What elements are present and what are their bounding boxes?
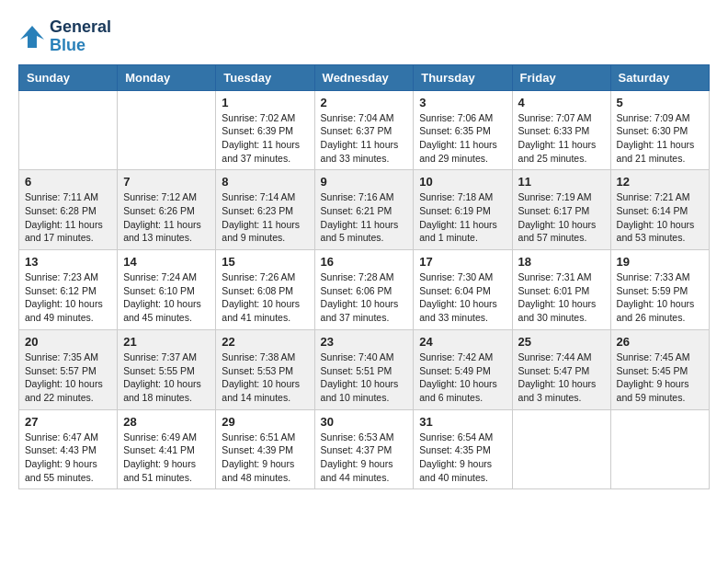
calendar-cell: 27Sunrise: 6:47 AM Sunset: 4:43 PM Dayli… — [19, 409, 118, 489]
calendar-cell: 28Sunrise: 6:49 AM Sunset: 4:41 PM Dayli… — [118, 409, 216, 489]
calendar-week-5: 27Sunrise: 6:47 AM Sunset: 4:43 PM Dayli… — [19, 409, 710, 489]
day-number: 1 — [222, 96, 308, 109]
header: General Blue — [18, 18, 710, 55]
day-info: Sunrise: 6:51 AM Sunset: 4:39 PM Dayligh… — [222, 431, 308, 485]
calendar-cell: 13Sunrise: 7:23 AM Sunset: 6:12 PM Dayli… — [19, 250, 118, 330]
svg-marker-0 — [20, 26, 44, 48]
calendar-cell: 1Sunrise: 7:02 AM Sunset: 6:39 PM Daylig… — [216, 90, 314, 170]
calendar-cell: 5Sunrise: 7:09 AM Sunset: 6:30 PM Daylig… — [610, 90, 709, 170]
calendar-cell: 25Sunrise: 7:44 AM Sunset: 5:47 PM Dayli… — [512, 329, 610, 409]
calendar-cell: 9Sunrise: 7:16 AM Sunset: 6:21 PM Daylig… — [314, 170, 414, 250]
calendar-cell: 14Sunrise: 7:24 AM Sunset: 6:10 PM Dayli… — [118, 250, 216, 330]
calendar-table: SundayMondayTuesdayWednesdayThursdayFrid… — [18, 64, 710, 490]
day-info: Sunrise: 7:40 AM Sunset: 5:51 PM Dayligh… — [321, 350, 408, 405]
day-info: Sunrise: 7:11 AM Sunset: 6:28 PM Dayligh… — [25, 190, 111, 245]
logo-icon — [18, 23, 46, 51]
calendar-cell: 19Sunrise: 7:33 AM Sunset: 5:59 PM Dayli… — [610, 250, 709, 330]
day-info: Sunrise: 7:37 AM Sunset: 5:55 PM Dayligh… — [123, 350, 210, 405]
calendar-cell: 10Sunrise: 7:18 AM Sunset: 6:19 PM Dayli… — [414, 170, 512, 250]
day-number: 21 — [123, 335, 210, 349]
day-info: Sunrise: 7:44 AM Sunset: 5:47 PM Dayligh… — [518, 350, 605, 405]
day-number: 18 — [518, 255, 605, 269]
day-number: 3 — [419, 96, 506, 109]
logo-text: General Blue — [50, 18, 111, 55]
day-number: 6 — [25, 175, 111, 189]
day-info: Sunrise: 7:07 AM Sunset: 6:33 PM Dayligh… — [518, 111, 605, 166]
calendar-cell: 8Sunrise: 7:14 AM Sunset: 6:23 PM Daylig… — [216, 170, 314, 250]
day-info: Sunrise: 7:26 AM Sunset: 6:08 PM Dayligh… — [222, 270, 308, 325]
day-info: Sunrise: 7:24 AM Sunset: 6:10 PM Dayligh… — [123, 270, 210, 325]
day-info: Sunrise: 7:45 AM Sunset: 5:45 PM Dayligh… — [617, 350, 703, 405]
day-number: 22 — [222, 335, 308, 349]
day-info: Sunrise: 7:30 AM Sunset: 6:04 PM Dayligh… — [419, 270, 506, 325]
calendar-cell: 26Sunrise: 7:45 AM Sunset: 5:45 PM Dayli… — [610, 329, 709, 409]
calendar-body: 1Sunrise: 7:02 AM Sunset: 6:39 PM Daylig… — [19, 90, 710, 489]
day-number: 17 — [419, 255, 506, 269]
weekday-header-friday: Friday — [512, 64, 610, 90]
day-info: Sunrise: 7:19 AM Sunset: 6:17 PM Dayligh… — [518, 190, 605, 245]
day-info: Sunrise: 7:12 AM Sunset: 6:26 PM Dayligh… — [123, 190, 210, 245]
day-number: 16 — [321, 255, 408, 269]
day-info: Sunrise: 7:33 AM Sunset: 5:59 PM Dayligh… — [617, 270, 703, 325]
day-number: 24 — [419, 335, 506, 349]
day-info: Sunrise: 7:16 AM Sunset: 6:21 PM Dayligh… — [321, 190, 408, 245]
calendar-cell: 23Sunrise: 7:40 AM Sunset: 5:51 PM Dayli… — [314, 329, 414, 409]
day-info: Sunrise: 7:14 AM Sunset: 6:23 PM Dayligh… — [222, 190, 308, 245]
day-number: 27 — [25, 415, 111, 429]
day-info: Sunrise: 7:35 AM Sunset: 5:57 PM Dayligh… — [25, 350, 111, 405]
day-number: 4 — [518, 96, 605, 109]
calendar-cell: 24Sunrise: 7:42 AM Sunset: 5:49 PM Dayli… — [414, 329, 512, 409]
day-number: 8 — [222, 175, 308, 189]
calendar-cell: 30Sunrise: 6:53 AM Sunset: 4:37 PM Dayli… — [314, 409, 414, 489]
day-number: 13 — [25, 255, 111, 269]
day-number: 2 — [321, 96, 408, 109]
day-number: 7 — [123, 175, 210, 189]
day-number: 31 — [419, 415, 506, 429]
calendar-cell: 4Sunrise: 7:07 AM Sunset: 6:33 PM Daylig… — [512, 90, 610, 170]
day-info: Sunrise: 6:49 AM Sunset: 4:41 PM Dayligh… — [123, 431, 210, 485]
calendar-cell: 3Sunrise: 7:06 AM Sunset: 6:35 PM Daylig… — [414, 90, 512, 170]
day-number: 11 — [518, 175, 605, 189]
weekday-header-tuesday: Tuesday — [216, 64, 314, 90]
calendar-cell: 17Sunrise: 7:30 AM Sunset: 6:04 PM Dayli… — [414, 250, 512, 330]
day-info: Sunrise: 7:38 AM Sunset: 5:53 PM Dayligh… — [222, 350, 308, 405]
day-number: 5 — [617, 96, 703, 109]
weekday-header-saturday: Saturday — [610, 64, 709, 90]
calendar-week-3: 13Sunrise: 7:23 AM Sunset: 6:12 PM Dayli… — [19, 250, 710, 330]
weekday-header-sunday: Sunday — [19, 64, 118, 90]
calendar-cell — [512, 409, 610, 489]
calendar-cell — [118, 90, 216, 170]
day-info: Sunrise: 7:04 AM Sunset: 6:37 PM Dayligh… — [321, 111, 408, 166]
calendar-cell: 7Sunrise: 7:12 AM Sunset: 6:26 PM Daylig… — [118, 170, 216, 250]
day-info: Sunrise: 7:28 AM Sunset: 6:06 PM Dayligh… — [321, 270, 408, 325]
day-info: Sunrise: 6:47 AM Sunset: 4:43 PM Dayligh… — [25, 431, 111, 485]
logo: General Blue — [18, 18, 111, 55]
day-number: 29 — [222, 415, 308, 429]
day-number: 12 — [617, 175, 703, 189]
day-info: Sunrise: 7:18 AM Sunset: 6:19 PM Dayligh… — [419, 190, 506, 245]
day-info: Sunrise: 6:54 AM Sunset: 4:35 PM Dayligh… — [419, 431, 506, 485]
calendar-week-2: 6Sunrise: 7:11 AM Sunset: 6:28 PM Daylig… — [19, 170, 710, 250]
day-number: 28 — [123, 415, 210, 429]
calendar-cell: 6Sunrise: 7:11 AM Sunset: 6:28 PM Daylig… — [19, 170, 118, 250]
day-number: 26 — [617, 335, 703, 349]
calendar-cell: 21Sunrise: 7:37 AM Sunset: 5:55 PM Dayli… — [118, 329, 216, 409]
weekday-header-thursday: Thursday — [414, 64, 512, 90]
day-info: Sunrise: 7:42 AM Sunset: 5:49 PM Dayligh… — [419, 350, 506, 405]
weekday-header-wednesday: Wednesday — [314, 64, 414, 90]
day-number: 23 — [321, 335, 408, 349]
calendar-cell — [610, 409, 709, 489]
day-info: Sunrise: 7:02 AM Sunset: 6:39 PM Dayligh… — [222, 111, 308, 166]
calendar-cell: 15Sunrise: 7:26 AM Sunset: 6:08 PM Dayli… — [216, 250, 314, 330]
day-info: Sunrise: 7:31 AM Sunset: 6:01 PM Dayligh… — [518, 270, 605, 325]
weekday-header-row: SundayMondayTuesdayWednesdayThursdayFrid… — [19, 64, 710, 90]
day-info: Sunrise: 7:09 AM Sunset: 6:30 PM Dayligh… — [617, 111, 703, 166]
calendar-week-1: 1Sunrise: 7:02 AM Sunset: 6:39 PM Daylig… — [19, 90, 710, 170]
calendar-cell: 29Sunrise: 6:51 AM Sunset: 4:39 PM Dayli… — [216, 409, 314, 489]
calendar-cell — [19, 90, 118, 170]
day-number: 9 — [321, 175, 408, 189]
day-number: 15 — [222, 255, 308, 269]
calendar-cell: 22Sunrise: 7:38 AM Sunset: 5:53 PM Dayli… — [216, 329, 314, 409]
day-number: 25 — [518, 335, 605, 349]
day-info: Sunrise: 6:53 AM Sunset: 4:37 PM Dayligh… — [321, 431, 408, 485]
